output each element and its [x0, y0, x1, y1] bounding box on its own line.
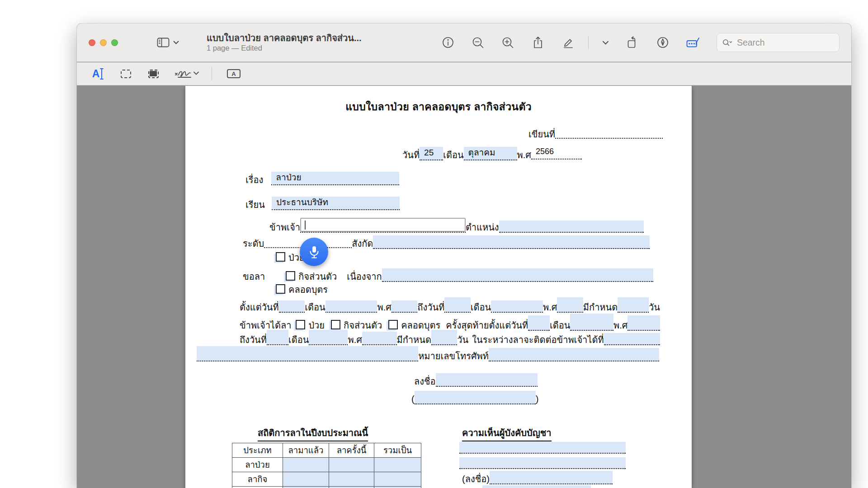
row-label-personal: ลากิจ: [232, 472, 283, 487]
paren-open: (: [411, 394, 415, 404]
cell-field[interactable]: [283, 458, 329, 472]
last-since-label: ครั้งสุดท้ายตั้งแต่วันที่: [446, 320, 528, 331]
subject-field[interactable]: ลาป่วย: [271, 172, 399, 185]
until-month-field[interactable]: [309, 330, 348, 345]
until-day-field[interactable]: [267, 330, 288, 345]
sign-field[interactable]: [436, 373, 538, 387]
minimize-button[interactable]: [100, 39, 107, 46]
supervisor-sign-label: (ลงชื่อ): [462, 474, 490, 484]
department-field[interactable]: [373, 235, 650, 249]
sign-label: ลงชื่อ: [414, 376, 436, 387]
stats-title: สถิติการลาในปีงบประมาณนี้: [258, 426, 368, 441]
month-field[interactable]: ตุลาคม: [464, 147, 517, 160]
redact-tool[interactable]: [146, 66, 161, 81]
info-button[interactable]: [441, 36, 455, 49]
close-button[interactable]: [89, 39, 95, 46]
total-label: มีกำหนด: [583, 302, 618, 313]
search-icon: [722, 38, 732, 47]
last-month-field[interactable]: [570, 314, 613, 331]
to-month-field[interactable]: [491, 300, 543, 313]
window-title: แบบใบลาป่วย ลาคลอดบุตร ลากิจส่วน...: [207, 33, 362, 43]
markup-toolbar: A A: [77, 62, 851, 85]
zoom-out-button[interactable]: [472, 36, 485, 49]
signature-tool[interactable]: [173, 66, 201, 81]
checkbox-personal[interactable]: [286, 271, 295, 281]
supervisor-sign-row: (ลงชื่อ): [462, 471, 613, 484]
supervisor-comment-field-2[interactable]: [459, 457, 626, 469]
supervisor-comment-field-1[interactable]: [459, 442, 626, 454]
from-day-field[interactable]: [279, 300, 305, 313]
rotate-left-icon: [626, 36, 639, 49]
leave-type-label: ป่วย: [308, 320, 325, 331]
checkbox-last-personal[interactable]: [331, 320, 340, 329]
until-days-field[interactable]: [431, 330, 457, 345]
rotate-button[interactable]: [626, 36, 639, 49]
sidebar-toggle-button[interactable]: [157, 37, 179, 48]
window-title-block: แบบใบลาป่วย ลาคลอดบุตร ลากิจส่วน... 1 pa…: [207, 33, 362, 53]
period-row: ตั้งแต่วันที่ เดือน พ.ศ ถึงวันที่ เดือน …: [240, 297, 660, 313]
position-field[interactable]: [499, 221, 644, 233]
from-month-field[interactable]: [326, 300, 377, 313]
year-label: พ.ศ: [517, 150, 531, 160]
rect-selection-tool[interactable]: [118, 66, 133, 81]
contact-field[interactable]: [604, 333, 660, 345]
checkbox-last-maternity[interactable]: [388, 320, 398, 329]
draw-button[interactable]: [656, 36, 670, 49]
to-year-field[interactable]: [557, 297, 583, 313]
share-button[interactable]: [531, 36, 545, 49]
cell-field[interactable]: [329, 458, 374, 472]
document-viewport[interactable]: แบบใบลาป่วย ลาคลอดบุตร ลากิจส่วนตัว เขีย…: [77, 86, 851, 488]
table-row: ลากิจ: [232, 472, 421, 487]
to-label: เรียน: [245, 200, 265, 210]
reason-field[interactable]: [382, 268, 653, 282]
markupbar-divider: [212, 67, 212, 80]
to-day-field[interactable]: [444, 297, 470, 313]
text-box-tool[interactable]: A: [226, 66, 241, 81]
supervisor-name-row: ( ): [479, 485, 594, 488]
to-field[interactable]: ประธานบริษัท: [272, 197, 400, 210]
cell-field[interactable]: [374, 472, 421, 487]
text-box-icon: A: [227, 69, 241, 78]
cell-field[interactable]: [283, 472, 329, 487]
year-label: พ.ศ: [543, 302, 557, 313]
markup-pencil-icon: [561, 36, 575, 49]
markup-button[interactable]: [561, 36, 575, 49]
sign-name-field[interactable]: [415, 391, 536, 404]
until-year-field[interactable]: [362, 332, 397, 345]
search-input[interactable]: [736, 37, 834, 48]
contact-address-field[interactable]: [197, 346, 418, 361]
info-icon: [441, 36, 455, 49]
year-field[interactable]: 2566: [531, 158, 582, 160]
last-day-field[interactable]: [528, 315, 550, 331]
sign-row: ลงชื่อ: [414, 373, 538, 387]
day-field[interactable]: 25: [420, 147, 443, 160]
cell-field[interactable]: [329, 472, 374, 487]
cell-field[interactable]: [374, 487, 421, 488]
checkbox-maternity[interactable]: [276, 284, 285, 294]
zoom-button[interactable]: [111, 39, 118, 46]
checkbox-last-sick[interactable]: [296, 320, 305, 329]
dictation-mic-button[interactable]: [300, 238, 328, 266]
subject-label: เรื่อง: [245, 175, 263, 185]
total-days-field[interactable]: [618, 297, 649, 313]
text-selection-tool[interactable]: A: [90, 66, 106, 81]
from-year-field[interactable]: [392, 300, 417, 313]
supervisor-sign-field[interactable]: [490, 471, 613, 484]
name-line: [300, 218, 466, 233]
supervisor-name-field[interactable]: [482, 485, 591, 488]
month-label: เดือน: [443, 150, 464, 160]
phone-field[interactable]: [489, 348, 659, 361]
markup-dropdown-button[interactable]: [602, 40, 609, 45]
cell-field[interactable]: [283, 487, 329, 488]
cell-field[interactable]: [374, 458, 421, 472]
year-label: พ.ศ: [348, 335, 362, 345]
last-year-field[interactable]: [627, 315, 660, 331]
autofill-button[interactable]: [686, 37, 700, 48]
name-input[interactable]: [300, 218, 466, 232]
checkbox-sick[interactable]: [276, 252, 285, 262]
month-label: เดือน: [288, 335, 309, 345]
supervisor-title: ความเห็นผู้บังคับบัญชา: [462, 426, 552, 441]
cell-field[interactable]: [329, 487, 374, 488]
search-field[interactable]: [717, 33, 840, 52]
zoom-in-button[interactable]: [501, 36, 514, 49]
